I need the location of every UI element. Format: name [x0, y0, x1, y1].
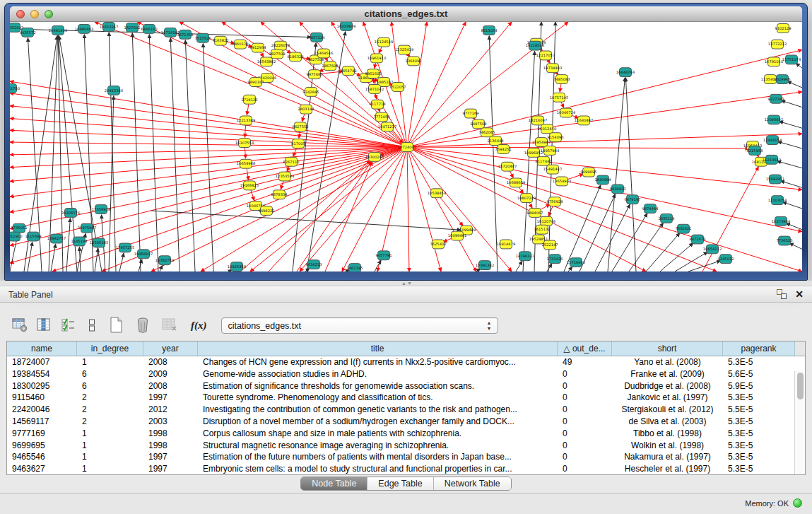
column-header-pagerank[interactable]: pagerank — [723, 341, 795, 356]
citation-network-graph[interactable]: 1872400718300295716382288601288912934282… — [10, 22, 802, 271]
network-selector-value: citations_edges.txt — [228, 321, 302, 331]
graph-node-label: 10654112 — [703, 247, 722, 251]
graph-node-label: 9154093 — [547, 135, 563, 139]
table-cell-title: Embryonic stem cells: a model to study s… — [198, 463, 558, 474]
column-header-name[interactable]: name — [7, 341, 77, 356]
table-cell-short: Dudbridge et al. (2008) — [612, 380, 723, 392]
table-row[interactable]: 911546021997Tourette syndrome. Phenomeno… — [7, 392, 805, 404]
graph-node-label: 9435572 — [19, 30, 35, 35]
table-row[interactable]: 946554611997Estimation of the future num… — [7, 451, 805, 463]
graph-node-label: 16033809 — [337, 24, 355, 28]
graph-node-label: 10958107 — [134, 252, 153, 256]
graph-node-label: 6522057 — [389, 85, 406, 89]
graph-node-label: 9861605 — [365, 71, 381, 76]
table-cell-year: 1998 — [143, 440, 198, 452]
function-builder-icon[interactable]: f(x) — [191, 320, 207, 332]
graph-node-label: 16914479 — [497, 242, 515, 246]
column-header-title[interactable]: title — [198, 341, 558, 356]
create-new-table-icon[interactable] — [107, 316, 124, 334]
delete-table-icon[interactable] — [134, 316, 151, 334]
graph-node-label: 15124549 — [375, 40, 393, 44]
graph-node-label: 14957984 — [541, 148, 559, 153]
table-row[interactable]: 2242004622012Investigating the contribut… — [7, 404, 805, 416]
table-cell-pagerank: 5.5E-5 — [723, 404, 795, 416]
table-cell-short: Jankovic et al. (1997) — [612, 392, 723, 404]
graph-node-label: 20331700 — [10, 86, 20, 90]
table-row[interactable]: 946362711997Embryonic stem cells: a mode… — [7, 463, 805, 474]
table-cell-pagerank: 5.3E-5 — [723, 356, 795, 368]
graph-node-label: 10391342 — [476, 263, 494, 267]
graph-node-label: 18300295 — [365, 155, 384, 159]
network-selector[interactable]: citations_edges.txt ▲▼ — [221, 317, 498, 334]
tab-node-table[interactable]: Node Table — [301, 477, 367, 490]
graph-node-label: 2803144 — [298, 107, 314, 111]
table-row[interactable]: 1456911722003Disruption of a novel membe… — [7, 416, 805, 428]
graph-node-label: 2522147 — [541, 243, 558, 247]
header-scroll-corner — [795, 341, 805, 356]
graph-node-label: 2867608 — [322, 64, 338, 68]
table-cell-pagerank: 5.3E-5 — [723, 392, 795, 404]
graph-node-label: 13772212 — [768, 42, 787, 46]
table-cell-short: Stergiakouli et al. (2012) — [612, 404, 723, 416]
graph-node-label: 20352603 — [10, 25, 23, 30]
row-height-icon[interactable] — [83, 316, 100, 334]
divider-grip-icon[interactable]: ▲▼ — [401, 281, 411, 285]
tab-edge-table[interactable]: Edge Table — [367, 477, 433, 490]
tab-network-table[interactable]: Network Table — [433, 477, 511, 490]
graph-node-label: 1615132 — [534, 227, 550, 231]
import-table-disabled-icon — [161, 316, 178, 334]
table-cell-name: 19384554 — [7, 368, 77, 380]
network-graph-canvas[interactable]: 1872400718300295716382288601288912934282… — [10, 22, 802, 271]
graph-node-label: 8267110 — [283, 160, 299, 164]
column-header-short[interactable]: short — [612, 341, 723, 356]
table-row[interactable]: 969969511998Structural magnetic resonanc… — [7, 440, 805, 452]
float-panel-icon[interactable] — [777, 289, 787, 299]
graph-node-label: 16120746 — [537, 219, 555, 223]
close-panel-icon[interactable]: ✕ — [795, 289, 804, 299]
graph-node-label: 9242845 — [302, 90, 319, 94]
graph-node-label: 9875685 — [306, 72, 322, 76]
network-window-titlebar[interactable]: citations_edges.txt — [10, 6, 802, 22]
scrollbar-thumb[interactable] — [797, 373, 804, 399]
graph-node-label: 15751074 — [782, 57, 801, 62]
table-row[interactable]: 977716911998Corpus callosum shape and si… — [7, 428, 805, 440]
table-cell-in_degree: 1 — [77, 451, 143, 463]
select-columns-icon[interactable] — [59, 316, 76, 334]
table-cell-pagerank: 5.6E-5 — [723, 368, 795, 380]
table-vertical-scrollbar[interactable] — [794, 371, 805, 474]
graph-node-label: 15469546 — [314, 51, 333, 55]
graph-node-label: 1364093 — [405, 59, 421, 63]
table-cell-name: 9777169 — [7, 428, 77, 440]
graph-node-label: 16782759 — [155, 258, 174, 262]
graph-node-label: 12103054 — [768, 198, 787, 202]
table-settings-icon[interactable] — [11, 316, 28, 334]
graph-node-label: 10996952 — [524, 151, 543, 155]
table-cell-out_de: 0 — [558, 451, 612, 463]
panel-resize-divider[interactable]: ▲▼ — [0, 281, 812, 286]
graph-node-label: 9474444 — [642, 206, 658, 211]
network-view-window: citations_edges.txt 18724007183002957163… — [4, 3, 808, 281]
table-cell-year: 2009 — [143, 368, 198, 380]
column-header-year[interactable]: year — [143, 341, 198, 356]
table-cell-year: 2008 — [143, 380, 198, 392]
graph-node-label: 16046724 — [557, 110, 575, 115]
table-cell-in_degree: 2 — [77, 392, 143, 404]
table-cell-year: 1998 — [143, 428, 198, 440]
graph-node-label: 12353594 — [276, 174, 294, 178]
table-row[interactable]: 1938455462009Genome-wide association stu… — [7, 368, 805, 380]
graph-node-label: 8860128 — [232, 42, 248, 46]
table-cell-name: 9115460 — [7, 392, 77, 404]
table-body: 1872400712008Changes of HCN gene express… — [7, 356, 805, 474]
show-hide-columns-icon[interactable] — [35, 316, 52, 334]
table-cell-out_de: 49 — [558, 356, 612, 368]
table-row[interactable]: 1872400712008Changes of HCN gene express… — [7, 356, 805, 368]
table-header-row: namein_degreeyeartitle△ out_de...shortpa… — [7, 341, 805, 356]
graph-node-label: 9457791 — [375, 253, 392, 257]
table-row[interactable]: 1830029562008Estimation of significance … — [7, 380, 805, 392]
table-cell-out_de: 0 — [558, 463, 612, 474]
table-cell-year: 1997 — [143, 392, 198, 404]
column-header-out_de[interactable]: △ out_de... — [558, 341, 612, 356]
graph-node-label: 7163822 — [212, 39, 228, 43]
table-cell-year: 2012 — [143, 404, 198, 416]
column-header-in_degree[interactable]: in_degree — [77, 341, 143, 356]
